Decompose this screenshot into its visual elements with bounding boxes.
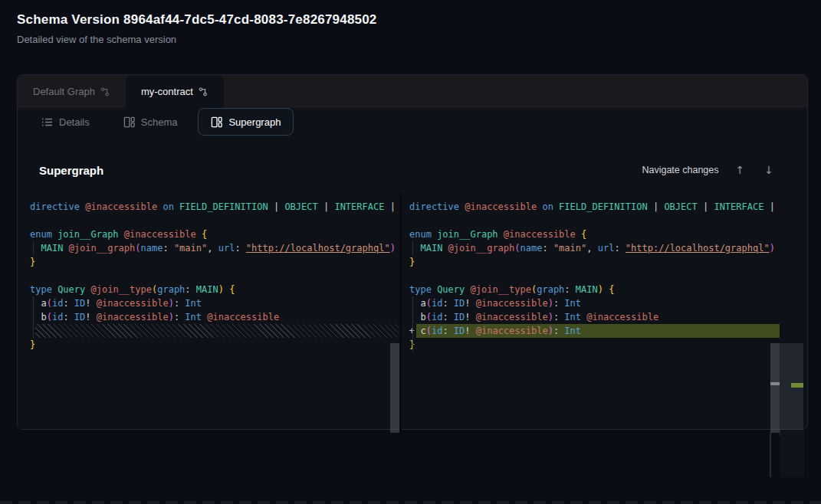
minimap-slider[interactable]	[780, 343, 803, 437]
subtab-label: Schema	[141, 116, 178, 128]
page-title: Schema Version 8964af44-7dc5-47cd-8083-7…	[17, 12, 377, 28]
page-subtitle: Detailed view of the schema version	[17, 34, 377, 45]
code-line: b(id: ID! @inaccessible): Int @inaccessi…	[30, 310, 399, 324]
code-line: directive @inaccessible on FIELD_DEFINIT…	[409, 200, 780, 214]
code-line	[409, 269, 780, 283]
code-line: type Query @join__type(graph: MAIN) {	[30, 283, 399, 296]
view-subtabs: Details Schema Supergraph	[28, 108, 294, 136]
code-line: MAIN @join__graph(name: "main", url: "ht…	[30, 241, 399, 255]
code-line: + c(id: ID! @inaccessible): Int	[409, 324, 780, 338]
navigate-changes-label: Navigate changes	[642, 165, 718, 175]
overview-ruler-added-mark	[791, 383, 803, 388]
variant-tabbar: Default Graph my-contract	[18, 75, 807, 108]
code-line: }	[30, 338, 399, 352]
code-line: enum join__Graph @inaccessible {	[30, 227, 399, 241]
tab-my-contract[interactable]: my-contract	[126, 75, 224, 108]
minimap-overflow	[780, 430, 804, 477]
variant-icon	[199, 87, 209, 97]
code-line	[30, 324, 399, 338]
subtab-supergraph[interactable]: Supergraph	[198, 108, 294, 136]
subtab-schema[interactable]: Schema	[110, 108, 191, 136]
code-line	[409, 214, 780, 227]
indent-guide	[33, 296, 34, 338]
subtab-label: Supergraph	[228, 116, 281, 128]
supergraph-panel-title: Supergraph	[39, 164, 103, 177]
code-line: }	[409, 338, 780, 352]
code-line	[30, 269, 399, 283]
code-line: type Query @join__type(graph: MAIN) {	[409, 283, 780, 296]
tab-default-graph[interactable]: Default Graph	[18, 75, 126, 108]
code-line: directive @inaccessible on FIELD_DEFINIT…	[30, 200, 399, 214]
list-icon	[41, 117, 53, 127]
minimap[interactable]	[780, 193, 803, 429]
code-line: }	[30, 255, 399, 269]
diff-pane-modified[interactable]: directive @inaccessible on FIELD_DEFINIT…	[402, 193, 780, 429]
panels-icon	[211, 116, 222, 128]
indent-guide	[33, 241, 34, 255]
code-link[interactable]: "http://localhost/graphql"	[246, 243, 390, 254]
schema-version-card: Default Graph my-contract Det	[17, 74, 808, 430]
navigate-up-button[interactable]: ↑	[733, 162, 748, 178]
bottom-edge-dashes	[0, 501, 821, 504]
subtab-details[interactable]: Details	[28, 108, 103, 136]
variant-icon	[100, 87, 110, 97]
diff-pane-original[interactable]: directive @inaccessible on FIELD_DEFINIT…	[18, 193, 399, 429]
page-header: Schema Version 8964af44-7dc5-47cd-8083-7…	[17, 12, 377, 45]
scrollbar-track-edge	[770, 433, 771, 477]
tab-label: Default Graph	[33, 86, 95, 97]
code-line: enum join__Graph @inaccessible {	[409, 227, 780, 241]
code-line	[30, 214, 399, 227]
indent-guide	[412, 296, 413, 352]
code-line: a(id: ID! @inaccessible): Int	[409, 296, 780, 310]
tab-label: my-contract	[141, 86, 193, 97]
code-line: MAIN @join__graph(name: "main", url: "ht…	[409, 241, 780, 255]
scrollbar-thumb-left[interactable]	[390, 343, 399, 433]
panels-icon	[123, 116, 135, 128]
code-line: b(id: ID! @inaccessible): Int @inaccessi…	[409, 310, 780, 324]
code-line: }	[409, 255, 780, 269]
code-line: a(id: ID! @inaccessible): Int	[30, 296, 399, 310]
diff-editor: directive @inaccessible on FIELD_DEFINIT…	[18, 193, 808, 429]
overview-ruler-position-mark	[770, 382, 780, 385]
navigate-changes: Navigate changes ↑ ↓	[642, 162, 777, 178]
subtab-label: Details	[59, 116, 90, 128]
navigate-down-button[interactable]: ↓	[761, 162, 777, 178]
diff-hatch-placeholder	[35, 324, 399, 338]
indent-guide	[412, 241, 413, 255]
scrollbar-thumb-right[interactable]	[770, 343, 780, 433]
code-link[interactable]: "http://localhost/graphql"	[626, 243, 770, 254]
